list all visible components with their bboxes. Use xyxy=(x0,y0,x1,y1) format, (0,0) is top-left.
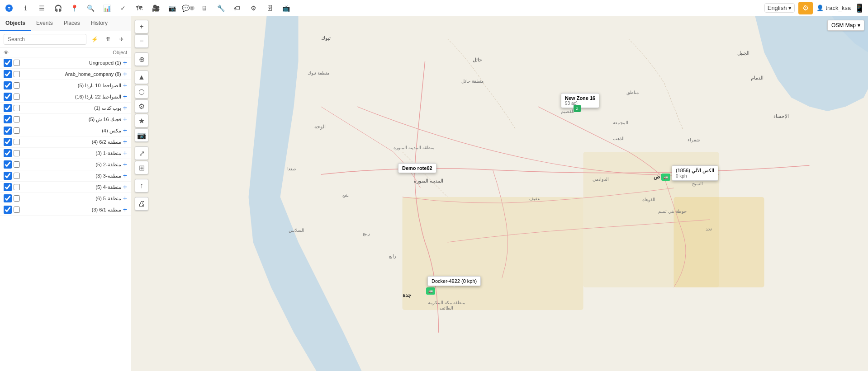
object-add-button[interactable]: + xyxy=(123,172,127,179)
share-action-icon[interactable]: ⇈ xyxy=(103,34,114,45)
object-visibility-checkbox[interactable] xyxy=(4,194,12,202)
mobile-icon[interactable]: 📱 xyxy=(854,3,864,13)
object-select-checkbox[interactable] xyxy=(14,207,20,213)
camera-icon[interactable]: 📷 xyxy=(166,3,177,14)
tag-icon[interactable]: 🏷 xyxy=(232,3,242,14)
object-add-button[interactable]: + xyxy=(123,82,127,89)
object-select-checkbox[interactable] xyxy=(14,127,20,134)
headset-icon[interactable]: 🎧 xyxy=(52,3,63,14)
object-row[interactable]: منطقة-2 (5)+ xyxy=(0,159,131,170)
print-button[interactable]: 🖨 xyxy=(135,197,148,211)
layers-button[interactable]: ⊞ xyxy=(135,161,148,174)
object-add-button[interactable]: + xyxy=(123,70,127,78)
north-button[interactable]: ▲ xyxy=(135,70,148,84)
search-input[interactable] xyxy=(4,34,86,45)
add-action-icon[interactable]: ✈ xyxy=(116,34,127,45)
zoom-out-button[interactable]: − xyxy=(135,34,148,48)
object-visibility-checkbox[interactable] xyxy=(4,172,12,180)
object-select-checkbox[interactable] xyxy=(14,184,20,190)
menu-icon[interactable]: ☰ xyxy=(36,3,47,14)
object-row[interactable]: الضواحط 10 بارذا (5)+ xyxy=(0,80,131,91)
object-select-checkbox[interactable] xyxy=(14,195,20,202)
tab-events[interactable]: Events xyxy=(31,16,58,31)
tab-history[interactable]: History xyxy=(85,16,113,31)
object-add-button[interactable]: + xyxy=(123,127,127,134)
info-icon[interactable]: ℹ xyxy=(20,3,31,14)
check-icon[interactable]: ✓ xyxy=(118,3,128,14)
object-add-button[interactable]: + xyxy=(123,161,127,168)
screen-icon[interactable]: 📺 xyxy=(280,3,291,14)
map-icon[interactable]: 🗺 xyxy=(134,3,145,14)
object-row[interactable]: منطقة-5 (6)+ xyxy=(0,193,131,204)
object-row[interactable]: منطقة-3 (3)+ xyxy=(0,170,131,182)
object-visibility-checkbox[interactable] xyxy=(4,81,12,89)
settings-map-button[interactable]: ⚙ xyxy=(135,99,148,113)
star-button[interactable]: ★ xyxy=(135,114,148,127)
tools-icon[interactable]: ⚙ xyxy=(248,3,259,14)
object-visibility-checkbox[interactable] xyxy=(4,138,12,146)
object-add-button[interactable]: + xyxy=(123,150,127,157)
filter-action-icon[interactable]: ⚡ xyxy=(89,34,100,45)
object-visibility-checkbox[interactable] xyxy=(4,160,12,169)
object-visibility-checkbox[interactable] xyxy=(4,104,12,112)
expand-button[interactable]: ⤢ xyxy=(135,146,148,160)
object-select-checkbox[interactable] xyxy=(14,94,20,100)
object-visibility-checkbox[interactable] xyxy=(4,149,12,157)
tab-objects[interactable]: Objects xyxy=(0,16,31,31)
object-add-button[interactable]: + xyxy=(123,104,127,112)
object-select-checkbox[interactable] xyxy=(14,173,20,179)
object-visibility-checkbox[interactable] xyxy=(4,115,12,123)
object-visibility-checkbox[interactable] xyxy=(4,206,12,214)
object-add-button[interactable]: + xyxy=(123,59,127,66)
map-type-selector[interactable]: OSM Map ▾ xyxy=(827,20,864,31)
object-row[interactable]: Ungrouped (1)+ xyxy=(0,57,131,69)
object-row[interactable]: الضواحط 22 بارذا (16)+ xyxy=(0,91,131,103)
object-row[interactable]: قجبك 16 ش (5)+ xyxy=(0,114,131,125)
settings-button[interactable]: ⚙ xyxy=(798,2,813,14)
monitor-icon[interactable]: 🖥 xyxy=(199,3,210,14)
tab-places[interactable]: Places xyxy=(58,16,85,31)
camera-map-button[interactable]: 📷 xyxy=(135,128,148,142)
chart-icon[interactable]: 📊 xyxy=(101,3,112,14)
search-toolbar-icon[interactable]: 🔍 xyxy=(85,3,96,14)
object-add-button[interactable]: + xyxy=(123,93,127,100)
object-row[interactable]: منطقة-1 (3)+ xyxy=(0,148,131,159)
polygon-button[interactable]: ⬡ xyxy=(135,85,148,99)
settings-toolbar-icon[interactable]: 🔧 xyxy=(215,3,226,14)
object-select-checkbox[interactable] xyxy=(14,60,20,66)
object-select-checkbox[interactable] xyxy=(14,71,20,77)
zoom-in-button[interactable]: + xyxy=(135,20,148,33)
user-button[interactable]: 👤 track_ksa xyxy=(816,5,851,11)
video-icon[interactable]: 🎥 xyxy=(150,3,161,14)
object-add-button[interactable]: + xyxy=(123,116,127,123)
object-row[interactable]: مكس (4)+ xyxy=(0,125,131,136)
object-visibility-checkbox[interactable] xyxy=(4,93,12,101)
map-area[interactable]: OSM Map ▾ xyxy=(131,16,868,371)
object-add-button[interactable]: + xyxy=(123,206,127,213)
object-add-button[interactable]: + xyxy=(123,138,127,146)
object-select-checkbox[interactable] xyxy=(14,82,20,89)
db-icon[interactable]: 🗄 xyxy=(264,3,275,14)
gps-location-button[interactable]: ⊕ xyxy=(135,52,148,66)
object-visibility-checkbox[interactable] xyxy=(4,59,12,67)
object-visibility-checkbox[interactable] xyxy=(4,127,12,135)
object-row[interactable]: منطقة 6/2 (4)+ xyxy=(0,136,131,148)
location-icon[interactable]: 📍 xyxy=(69,3,80,14)
object-add-button[interactable]: + xyxy=(123,183,127,191)
object-select-checkbox[interactable] xyxy=(14,150,20,156)
object-row[interactable]: بوب كنات (1)+ xyxy=(0,103,131,114)
object-row[interactable]: منطقة-4 (5)+ xyxy=(0,182,131,193)
object-select-checkbox[interactable] xyxy=(14,105,20,111)
language-selector[interactable]: English ▾ xyxy=(764,3,795,13)
object-select-checkbox[interactable] xyxy=(14,139,20,145)
logo-icon[interactable]: T xyxy=(4,3,14,14)
object-select-checkbox[interactable] xyxy=(14,161,20,168)
object-select-checkbox[interactable] xyxy=(14,116,20,122)
object-row[interactable]: Arab_home_company (8)+ xyxy=(0,69,131,80)
arrow-up-button[interactable]: ↑ xyxy=(135,179,148,193)
object-visibility-checkbox[interactable] xyxy=(4,70,12,78)
object-row[interactable]: منطقة 6/1 (3)+ xyxy=(0,204,131,216)
object-visibility-checkbox[interactable] xyxy=(4,183,12,191)
chat-icon[interactable]: 💬 0 xyxy=(183,3,194,14)
object-add-button[interactable]: + xyxy=(123,195,127,202)
